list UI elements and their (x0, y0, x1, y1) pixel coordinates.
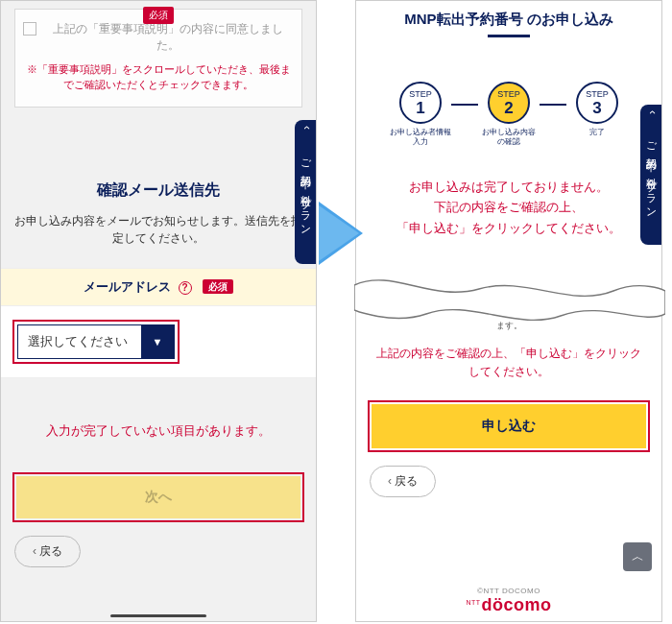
step-3: STEP3 (576, 82, 618, 124)
title-underline (488, 35, 530, 37)
mail-address-header: メールアドレス ? 必須 (1, 268, 316, 306)
next-button[interactable]: 次へ (16, 476, 300, 518)
consent-scroll-note: ※「重要事項説明」をスクロールしていただき、最後までご確認いただくとチェックでき… (23, 61, 294, 93)
step-3-label: 完了 (589, 128, 605, 155)
footer: ©NTT DOCOMO NTTdöcomo (356, 587, 661, 615)
back-button[interactable]: 戻る (14, 536, 81, 567)
home-indicator (110, 614, 206, 617)
incomplete-warning: 入力が完了していない項目があります。 (1, 422, 316, 440)
arrow-icon (319, 202, 363, 265)
help-icon[interactable]: ? (179, 281, 192, 295)
copyright: ©NTT DOCOMO (356, 587, 661, 595)
required-badge: 必須 (143, 7, 174, 24)
step-1: STEP1 (399, 82, 442, 124)
confirm-note: 上記の内容をご確認の上、「申し込む」をクリックしてください。 (373, 345, 644, 381)
step-2-label: お申し込み内容の確認 (482, 128, 536, 155)
next-button-highlight: 次へ (12, 472, 304, 522)
consent-label: 上記の「重要事項説明」の内容に同意しました。 (42, 21, 294, 54)
mail-section-sub: お申し込み内容をメールでお知らせします。送信先を指定してください。 (14, 212, 302, 247)
docomo-logo: NTTdöcomo (356, 595, 661, 615)
chevron-down-icon: ▼ (141, 325, 174, 358)
mail-address-label: メールアドレス (84, 279, 171, 294)
page-title: MNP転出予約番号 のお申し込み (356, 11, 661, 29)
right-screenshot: MNP転出予約番号 のお申し込み STEP1 お申し込み者情報入力 STEP2 … (355, 0, 662, 622)
mail-select-highlight: 選択してください ▼ (12, 320, 180, 364)
left-screenshot: 必須 上記の「重要事項説明」の内容に同意しました。 ※「重要事項説明」をスクロー… (0, 0, 317, 622)
step-1-label: お申し込み者情報入力 (390, 128, 451, 155)
mail-select[interactable]: 選択してください ▼ (17, 324, 175, 359)
back-button[interactable]: 戻る (370, 466, 436, 497)
plan-side-tab[interactable]: ご契約中の料金プラン (640, 105, 661, 245)
consent-box: 必須 上記の「重要事項説明」の内容に同意しました。 ※「重要事項説明」をスクロー… (14, 9, 302, 108)
apply-button-highlight: 申し込む (368, 400, 650, 452)
truncated-text: ます。 (356, 320, 661, 332)
step-progress: STEP1 お申し込み者情報入力 STEP2 お申し込み内容の確認 STEP3 … (356, 82, 661, 155)
mail-select-wrap: 選択してください ▼ (1, 306, 316, 378)
mail-section-title: 確認メール送信先 (1, 180, 316, 201)
scroll-top-button[interactable]: ︿ (623, 542, 652, 571)
consent-checkbox[interactable] (23, 22, 36, 36)
svg-marker-2 (319, 205, 359, 261)
required-badge: 必須 (203, 279, 233, 294)
plan-side-tab[interactable]: ご契約中の料金プラン (295, 120, 316, 264)
mail-select-value: 選択してください (18, 333, 141, 350)
chevron-up-icon: ︿ (632, 548, 644, 565)
apply-button[interactable]: 申し込む (372, 404, 646, 448)
step-2-active: STEP2 (488, 82, 530, 124)
not-complete-warning: お申し込みは完了しておりません。下記の内容をご確認の上、「申し込む」をクリックし… (373, 178, 644, 239)
